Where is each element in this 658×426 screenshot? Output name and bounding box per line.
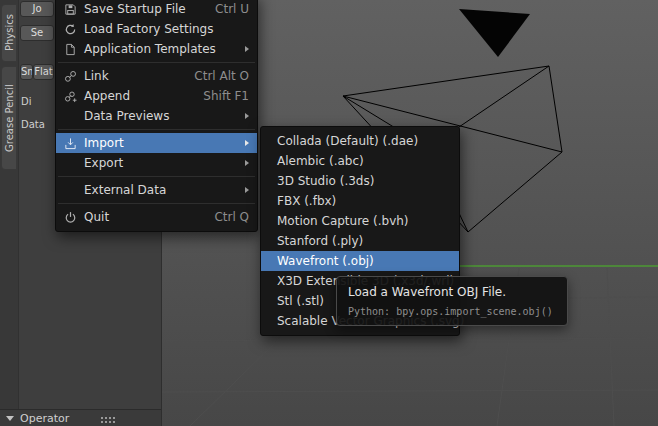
tab-physics[interactable]: Physics [1, 4, 17, 62]
menu-item-shortcut: Shift F1 [203, 89, 249, 103]
menu-item-import[interactable]: Import [56, 133, 257, 153]
menu-item-label: Append [84, 89, 130, 103]
menu-item-label: Export [84, 156, 123, 170]
tooltip-title: Load a Wavefront OBJ File. [348, 285, 556, 299]
power-icon [63, 210, 77, 224]
menu-item-link[interactable]: Link Ctrl Alt O [56, 66, 257, 86]
submenu-item-motion-capture[interactable]: Motion Capture (.bvh) [261, 211, 459, 231]
submenu-item-stanford[interactable]: Stanford (.ply) [261, 231, 459, 251]
submenu-item-fbx[interactable]: FBX (.fbx) [261, 191, 459, 211]
menu-item-label: Data Previews [84, 109, 169, 123]
menu-item-load-factory-settings[interactable]: Load Factory Settings [56, 19, 257, 39]
menu-item-label: Import [84, 136, 124, 150]
tooltip-python-hint: Python: bpy.ops.import_scene.obj() [348, 306, 556, 317]
import-icon [63, 136, 77, 150]
menu-item-label: Application Templates [84, 42, 216, 56]
tool-shelf-tabs: Physics Grease Pencil [0, 0, 19, 409]
submenu-arrow-icon [245, 46, 249, 52]
menu-item-application-templates[interactable]: Application Templates [56, 39, 257, 59]
file-icon [63, 42, 77, 56]
menu-item-quit[interactable]: Quit Ctrl Q [56, 207, 257, 227]
submenu-item-3d-studio[interactable]: 3D Studio (.3ds) [261, 171, 459, 191]
menu-item-label: Quit [84, 210, 109, 224]
panel-grip-icon[interactable] [101, 417, 103, 419]
menu-separator [58, 203, 255, 204]
submenu-arrow-icon [245, 140, 249, 146]
operator-panel-title: Operator [20, 412, 69, 425]
shelf-button-flat[interactable]: Flat [33, 64, 54, 80]
blender-window: Physics Grease Pencil Jo Se Smo Flat Di … [0, 0, 658, 426]
reload-icon [63, 22, 77, 36]
menu-separator [58, 129, 255, 130]
shelf-label-di: Di [21, 96, 31, 107]
link-icon [63, 69, 77, 83]
menu-item-external-data[interactable]: External Data [56, 180, 257, 200]
menu-item-shortcut: Ctrl Alt O [194, 69, 249, 83]
menu-item-append[interactable]: Append Shift F1 [56, 86, 257, 106]
shelf-label-data: Data [21, 119, 45, 130]
submenu-arrow-icon [245, 187, 249, 193]
menu-item-label: External Data [84, 183, 166, 197]
submenu-item-wavefront-obj[interactable]: Wavefront (.obj) [261, 251, 459, 271]
menu-item-shortcut: Ctrl Q [214, 210, 249, 224]
no-icon [63, 183, 77, 197]
shelf-button-jo[interactable]: Jo [20, 1, 54, 17]
menu-item-label: Save Startup File [84, 2, 186, 16]
save-icon [63, 2, 77, 16]
menu-item-label: Link [84, 69, 109, 83]
submenu-item-alembic[interactable]: Alembic (.abc) [261, 151, 459, 171]
file-menu: Save Startup File Ctrl U Load Factory Se… [55, 0, 258, 232]
menu-item-shortcut: Ctrl U [215, 2, 249, 16]
collapse-triangle-icon [6, 416, 14, 421]
submenu-arrow-icon [245, 113, 249, 119]
menu-item-export[interactable]: Export [56, 153, 257, 173]
operator-panel-header[interactable]: Operator [0, 409, 161, 426]
no-icon [63, 109, 77, 123]
tooltip: Load a Wavefront OBJ File. Python: bpy.o… [336, 276, 568, 326]
tab-grease-pencil[interactable]: Grease Pencil [1, 66, 17, 170]
submenu-arrow-icon [245, 160, 249, 166]
shelf-button-smooth[interactable]: Smo [20, 64, 33, 80]
no-icon [63, 156, 77, 170]
menu-separator [58, 176, 255, 177]
menu-separator [58, 62, 255, 63]
shelf-button-se[interactable]: Se [20, 25, 54, 41]
menu-item-data-previews[interactable]: Data Previews [56, 106, 257, 126]
cone-object[interactable] [459, 9, 530, 57]
menu-item-label: Load Factory Settings [84, 22, 213, 36]
submenu-item-collada[interactable]: Collada (Default) (.dae) [261, 131, 459, 151]
menu-item-save-startup-file[interactable]: Save Startup File Ctrl U [56, 0, 257, 19]
append-icon [63, 89, 77, 103]
